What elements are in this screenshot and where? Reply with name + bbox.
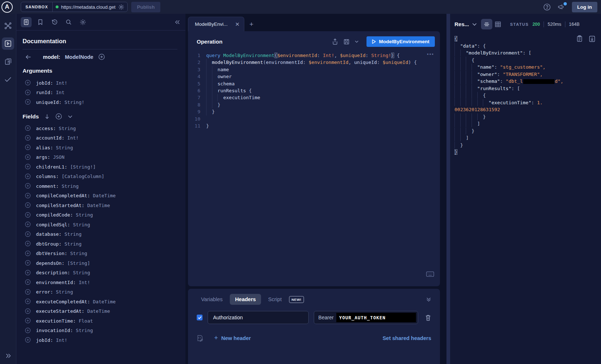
add-fields-icon[interactable]	[55, 113, 62, 120]
tab-headers[interactable]: Headers	[230, 294, 261, 305]
add-field-icon[interactable]	[25, 135, 31, 141]
pane-resizer[interactable]	[446, 14, 450, 364]
field-row[interactable]: compileStartedAt: DateTime	[23, 202, 177, 208]
tab-script[interactable]: Script	[264, 294, 286, 305]
field-row[interactable]: database: String	[23, 231, 177, 237]
expand-rail-icon[interactable]	[5, 353, 11, 359]
field-row[interactable]: jobId: Int!	[23, 80, 177, 86]
add-field-icon[interactable]	[25, 308, 31, 314]
announcements-megaphone-icon[interactable]	[557, 3, 565, 11]
add-field-icon[interactable]	[25, 212, 31, 218]
explorer-settings-gear-icon[interactable]	[77, 17, 88, 27]
field-row[interactable]: dbtGroup: String	[23, 240, 177, 247]
add-field-icon[interactable]	[25, 173, 31, 179]
field-row[interactable]: access: String	[23, 125, 177, 131]
add-field-icon[interactable]	[25, 318, 31, 324]
fields-options-chevron-down-icon[interactable]	[68, 115, 72, 118]
collapse-request-panel-icon[interactable]	[426, 297, 431, 302]
field-row[interactable]: uniqueId: String!	[23, 99, 177, 105]
add-field-icon[interactable]	[25, 202, 31, 208]
response-dropdown-label[interactable]: Res...	[454, 21, 469, 27]
endpoint-url-box[interactable]: SANDBOX https://metadata.cloud.get	[21, 2, 128, 12]
field-row[interactable]: childrenL1: [String!]	[23, 163, 177, 170]
add-all-fields-icon[interactable]	[98, 53, 105, 60]
field-row[interactable]: executionTime: Float	[23, 318, 177, 324]
save-operation-icon[interactable]	[343, 39, 350, 45]
sort-fields-icon[interactable]	[45, 114, 49, 120]
schema-graph-icon[interactable]	[2, 20, 14, 32]
operation-tab[interactable]: ModelByEnvi... ✕	[188, 17, 244, 31]
field-row[interactable]: comment: String	[23, 183, 177, 189]
run-operation-button[interactable]: ModelByEnvironment	[366, 36, 435, 47]
download-response-icon[interactable]	[589, 35, 595, 42]
field-row[interactable]: args: JSON	[23, 154, 177, 160]
tab-variables[interactable]: Variables	[197, 294, 227, 305]
add-field-icon[interactable]	[25, 250, 31, 256]
field-row[interactable]: executeCompletedAt: DateTime	[23, 298, 177, 304]
keyboard-shortcuts-icon[interactable]	[426, 271, 434, 277]
explorer-icon[interactable]	[2, 37, 14, 50]
add-field-icon[interactable]	[25, 337, 31, 343]
field-row[interactable]: columns: [CatalogColumn]	[23, 173, 177, 179]
raw-view-toggle-icon[interactable]	[481, 19, 492, 29]
endpoint-settings-gear-icon[interactable]	[118, 4, 124, 10]
publish-button[interactable]: Publish	[131, 2, 161, 12]
header-key-input[interactable]	[208, 311, 309, 324]
field-row[interactable]: alias: String	[23, 144, 177, 150]
field-row[interactable]: compileCompletedAt: DateTime	[23, 193, 177, 199]
field-row[interactable]: executeStartedAt: DateTime	[23, 308, 177, 314]
save-options-chevron-down-icon[interactable]	[355, 40, 358, 43]
apollo-logo[interactable]: A	[1, 1, 13, 13]
field-row[interactable]: invocationId: String	[23, 327, 177, 333]
saved-operations-bookmark-icon[interactable]	[35, 17, 46, 27]
add-field-icon[interactable]	[25, 221, 31, 227]
field-row[interactable]: dependsOn: [String]	[23, 260, 177, 266]
delete-header-icon[interactable]	[425, 314, 431, 321]
field-row[interactable]: description: String	[23, 270, 177, 276]
response-json[interactable]: {"data": {"modelByEnvironment": [{"name"…	[454, 35, 601, 156]
environment-variables-icon[interactable]	[197, 335, 203, 342]
operation-editor[interactable]: ••• 1query ModelByEnvironment($environme…	[188, 50, 440, 286]
add-field-icon[interactable]	[25, 193, 31, 199]
field-row[interactable]: jobId: Int!	[23, 337, 177, 343]
add-field-icon[interactable]	[25, 270, 31, 276]
add-field-icon[interactable]	[25, 289, 31, 295]
add-field-icon[interactable]	[25, 240, 31, 247]
add-field-icon[interactable]	[25, 144, 31, 150]
new-tab-icon[interactable]: +	[249, 20, 253, 28]
set-shared-headers-link[interactable]: Set shared headers	[382, 335, 431, 341]
history-icon[interactable]	[49, 17, 60, 27]
endpoint-url[interactable]: https://metadata.cloud.get	[61, 4, 116, 10]
add-field-icon[interactable]	[25, 279, 31, 285]
add-field-icon[interactable]	[25, 298, 31, 304]
add-field-icon[interactable]	[25, 89, 31, 96]
field-row[interactable]: environmentId: Int!	[23, 279, 177, 285]
add-field-icon[interactable]	[25, 183, 31, 189]
help-icon[interactable]	[543, 3, 551, 11]
breadcrumb-type-link[interactable]: ModelNode	[65, 54, 93, 60]
add-field-icon[interactable]	[25, 231, 31, 237]
add-field-icon[interactable]	[25, 260, 31, 266]
header-enabled-checkbox[interactable]	[197, 315, 203, 320]
field-row[interactable]: compiledSql: String	[23, 221, 177, 227]
response-dropdown-chevron-icon[interactable]	[472, 23, 477, 26]
sandbox-collection-icon[interactable]	[2, 55, 14, 68]
share-operation-icon[interactable]	[332, 38, 338, 45]
table-view-toggle-icon[interactable]	[492, 19, 504, 29]
field-row[interactable]: dbtVersion: String	[23, 250, 177, 256]
collapse-docs-icon[interactable]	[175, 19, 180, 25]
editor-more-options-icon[interactable]: •••	[427, 51, 434, 57]
field-row[interactable]: compiledCode: String	[23, 212, 177, 218]
add-field-icon[interactable]	[25, 154, 31, 160]
search-icon[interactable]	[63, 17, 74, 27]
new-header-button[interactable]: + New header	[214, 334, 251, 342]
add-field-icon[interactable]	[25, 163, 31, 170]
login-button[interactable]: Log in	[572, 2, 598, 12]
field-row[interactable]: accountId: Int!	[23, 135, 177, 141]
add-field-icon[interactable]	[25, 125, 31, 131]
back-arrow-icon[interactable]	[25, 54, 32, 60]
documentation-tab-icon[interactable]	[21, 17, 32, 27]
add-field-icon[interactable]	[25, 327, 31, 333]
add-field-icon[interactable]	[25, 80, 31, 86]
header-value-input[interactable]: Bearer YOUR_AUTH_TOKEN	[314, 311, 418, 324]
